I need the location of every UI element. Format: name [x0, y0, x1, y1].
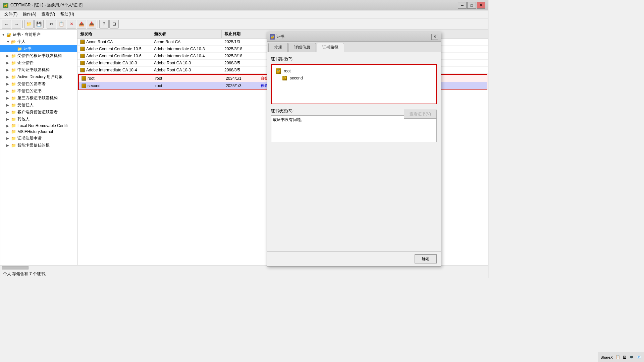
- cut-button[interactable]: ✂: [47, 20, 56, 28]
- cell-expiry-5: 2034/1/1: [223, 75, 257, 82]
- client-auth-icon: 📁: [11, 110, 16, 115]
- header-issued-to[interactable]: 颁发给: [77, 30, 151, 38]
- window-controls: ─ □ ✕: [458, 2, 485, 9]
- taskbar-icon-4[interactable]: 📧: [637, 355, 641, 359]
- maximize-button[interactable]: □: [467, 2, 476, 9]
- tree-item-cert-enrollment[interactable]: ▶ 📁 证书注册申请: [0, 135, 77, 142]
- tree-item-enterprise[interactable]: ▶ 📁 企业信任: [0, 59, 77, 66]
- taskbar-icon-1[interactable]: 📋: [615, 355, 620, 359]
- toolbar-sep-3: [98, 20, 98, 28]
- menu-action[interactable]: 操作(A): [20, 11, 39, 18]
- tree-item-local-nonremovable[interactable]: ▶ 📁 Local NonRemovable Certifi: [0, 123, 77, 129]
- client-auth-label: 客户端身份验证颁发者: [17, 109, 58, 115]
- status-bar: 个人 存储含有 7 个证书。: [0, 270, 488, 278]
- show-button[interactable]: 💾: [34, 20, 44, 28]
- cell-issued-by-4: Adobe Root CA 10-3: [151, 67, 222, 73]
- personal-arrow: ▼: [6, 40, 10, 44]
- delete-button[interactable]: ✕: [67, 20, 76, 28]
- tree-item-others[interactable]: ▶ 📁 其他人: [0, 116, 77, 123]
- header-issued-by[interactable]: 颁发者: [151, 30, 222, 38]
- untrusted-arrow: ▶: [6, 89, 10, 93]
- trusted-people-icon: 📁: [11, 103, 16, 108]
- taskbar-icon-3[interactable]: 💻: [629, 355, 634, 359]
- cert-path-box: 🔐 root 🔐 second: [271, 64, 437, 104]
- menu-help[interactable]: 帮助(H): [58, 11, 77, 18]
- tree-item-untrusted[interactable]: ▶ 📁 不信任的证书: [0, 87, 77, 95]
- dialog-title-bar: 🔐 证书 ✕: [267, 32, 441, 42]
- cell-expiry-4: 2068/8/5: [222, 67, 255, 73]
- tree-item-ad[interactable]: ▶ 📁 Active Directory 用户对象: [0, 73, 77, 80]
- ok-button[interactable]: 确定: [415, 254, 437, 263]
- cell-expiry-1: 2025/8/18: [222, 46, 255, 52]
- h-scroll-thumb[interactable]: [2, 266, 29, 269]
- lnr-arrow: ▶: [6, 124, 10, 128]
- smartcard-arrow: ▶: [6, 143, 10, 147]
- cert-path-item-second[interactable]: 🔐 second: [274, 75, 433, 81]
- tree-item-trusted-publishers[interactable]: ▶ 📁 受信任的发布者: [0, 80, 77, 87]
- cell-expiry-3: 2068/8/5: [222, 60, 255, 66]
- dialog-close-button[interactable]: ✕: [431, 34, 438, 40]
- tree-item-certificates[interactable]: 📁 证书: [0, 45, 77, 52]
- help-button[interactable]: ?: [99, 20, 109, 28]
- untrusted-icon: 📁: [11, 89, 16, 94]
- app-icon: 🔐: [3, 3, 8, 8]
- up-folder-button[interactable]: 📁: [24, 20, 34, 28]
- minimize-button[interactable]: ─: [458, 2, 467, 9]
- cell-issued-to-2: Adobe Content Certificate 10-6: [77, 53, 151, 59]
- enterprise-label: 企业信任: [17, 60, 34, 66]
- cert-status-text: 该证书没有问题。: [273, 117, 305, 122]
- tree-root-item[interactable]: ▼ 🔐 证书 - 当前用户: [0, 31, 77, 38]
- import-button[interactable]: 📥: [87, 20, 96, 28]
- header-expiry[interactable]: 截止日期: [222, 30, 255, 38]
- title-bar: 🔐 CERTMGR - [证书 - 当前用户\个人\证书] ─ □ ✕: [0, 0, 488, 10]
- taskbar-icon-2[interactable]: 🖼: [623, 355, 627, 359]
- tree-item-msie[interactable]: ▶ 📁 MSIEHistoryJournal: [0, 129, 77, 135]
- forward-button[interactable]: →: [12, 20, 21, 28]
- tree-item-trusted-root[interactable]: ▶ 📁 受信任的根证书颁发机构: [0, 52, 77, 59]
- cell-issued-by-0: Acme Root CA: [151, 39, 222, 45]
- window-title: CERTMGR - [证书 - 当前用户\个人\证书]: [10, 2, 458, 8]
- back-button[interactable]: ←: [2, 20, 11, 28]
- cert-dialog: 🔐 证书 ✕ 常规 详细信息 证书路径 证书路径(P) 🔐 root 🔐 sec…: [267, 32, 441, 266]
- menu-bar: 文件(F) 操作(A) 查看(V) 帮助(H): [0, 10, 488, 18]
- export-button[interactable]: 📤: [77, 20, 86, 28]
- others-label: 其他人: [17, 116, 30, 122]
- close-button[interactable]: ✕: [477, 2, 485, 9]
- properties-button[interactable]: ⊡: [109, 20, 119, 28]
- cell-issued-by-1: Adobe Intermediate CA 10-3: [151, 46, 222, 52]
- tree-item-client-auth[interactable]: ▶ 📁 客户端身份验证颁发者: [0, 109, 77, 116]
- cert-icon-2: [80, 54, 85, 58]
- tab-details[interactable]: 详细信息: [288, 43, 316, 52]
- certs-folder-icon: 📁: [17, 47, 22, 51]
- tree-item-personal[interactable]: ▼ 📂 个人: [0, 38, 77, 45]
- cell-expiry-6: 2025/1/3: [223, 82, 257, 89]
- cell-issued-by-5: root: [153, 75, 223, 82]
- tree-item-smartcard[interactable]: ▶ 📁 智能卡受信任的根: [0, 142, 77, 149]
- menu-view[interactable]: 查看(V): [39, 11, 58, 18]
- lnr-icon: 📁: [11, 123, 16, 128]
- trusted-root-arrow: ▶: [6, 54, 10, 58]
- view-cert-button[interactable]: 查看证书(V): [404, 110, 437, 119]
- cert-icon-6: [82, 83, 86, 88]
- trusted-root-label: 受信任的根证书颁发机构: [17, 53, 62, 59]
- tree-item-intermediate[interactable]: ▶ 📁 中间证书颁发机构: [0, 66, 77, 73]
- tab-cert-path[interactable]: 证书路径: [317, 43, 344, 52]
- tree-item-third-party[interactable]: ▶ 📁 第三方根证书颁发机构: [0, 95, 77, 102]
- tree-item-trusted-people[interactable]: ▶ 📁 受信任人: [0, 102, 77, 109]
- tab-general[interactable]: 常规: [268, 43, 288, 52]
- toolbar-sep-1: [22, 20, 23, 28]
- copy-button[interactable]: 📋: [57, 20, 66, 28]
- taskbar-sharex[interactable]: ShareX: [600, 355, 613, 359]
- dialog-content: 证书路径(P) 🔐 root 🔐 second 查看证书(V) 证书状态(S):…: [267, 52, 441, 251]
- enterprise-arrow: ▶: [6, 61, 10, 65]
- trusted-root-icon: 📁: [11, 54, 16, 58]
- cell-issued-to-4: Adobe Intermediate CA 10-4: [77, 67, 151, 73]
- cert-path-root-label: root: [284, 69, 291, 73]
- cert-enroll-label: 证书注册申请: [17, 135, 42, 141]
- cert-path-item-root[interactable]: 🔐 root: [274, 67, 433, 75]
- menu-file[interactable]: 文件(F): [2, 11, 20, 18]
- personal-label: 个人: [17, 39, 25, 45]
- lnr-label: Local NonRemovable Certifi: [17, 123, 67, 128]
- dialog-tabs: 常规 详细信息 证书路径: [267, 42, 441, 52]
- cert-path-second-label: second: [290, 76, 303, 80]
